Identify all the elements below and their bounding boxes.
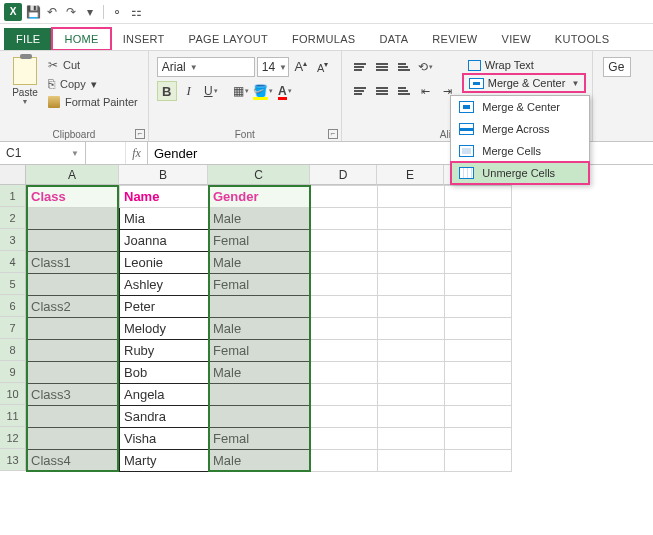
bold-button[interactable]: B	[157, 81, 177, 101]
cell[interactable]	[27, 428, 120, 450]
font-name-combo[interactable]: Arial▼	[157, 57, 255, 77]
tab-kutools[interactable]: KUTOOLS	[543, 28, 621, 50]
orientation-button[interactable]: ⟲▾	[416, 57, 436, 77]
align-right-button[interactable]	[394, 81, 414, 101]
cell[interactable]: Mia	[120, 208, 209, 230]
cell[interactable]	[27, 362, 120, 384]
dialog-launcher-icon[interactable]: ⌐	[135, 129, 145, 139]
cell[interactable]: Femal	[209, 230, 311, 252]
borders-button[interactable]: ▦▾	[231, 81, 251, 101]
cell[interactable]: Male	[209, 318, 311, 340]
tab-view[interactable]: VIEW	[490, 28, 543, 50]
row-header[interactable]: 12	[0, 427, 26, 449]
cell[interactable]: Male	[209, 252, 311, 274]
redo-button[interactable]: ↷	[63, 4, 79, 20]
cell[interactable]: Leonie	[120, 252, 209, 274]
tab-file[interactable]: FILE	[4, 28, 52, 50]
cell[interactable]: Sandra	[120, 406, 209, 428]
merge-across-item[interactable]: Merge Across	[451, 118, 589, 140]
cell[interactable]: Class	[27, 186, 120, 208]
align-left-button[interactable]	[350, 81, 370, 101]
increase-font-button[interactable]: A▴	[291, 57, 311, 77]
cell[interactable]: Marty	[120, 450, 209, 472]
cell[interactable]	[27, 340, 120, 362]
cell[interactable]	[311, 384, 378, 406]
decrease-font-button[interactable]: A▾	[313, 57, 333, 77]
col-header-C[interactable]: C	[208, 165, 310, 185]
row-header[interactable]: 9	[0, 361, 26, 383]
font-color-button[interactable]: A▾	[275, 81, 295, 101]
cell[interactable]	[311, 406, 378, 428]
row-header[interactable]: 3	[0, 229, 26, 251]
cell[interactable]	[311, 186, 378, 208]
cell[interactable]: Male	[209, 362, 311, 384]
cell[interactable]	[445, 318, 512, 340]
cell[interactable]: Peter	[120, 296, 209, 318]
cell[interactable]	[378, 318, 445, 340]
save-button[interactable]: 💾	[25, 4, 41, 20]
qat-custom-button[interactable]: ▾	[82, 4, 98, 20]
cell[interactable]: Visha	[120, 428, 209, 450]
cell[interactable]: Class2	[27, 296, 120, 318]
cell[interactable]: Name	[120, 186, 209, 208]
qat-extra2-button[interactable]: ⚏	[128, 4, 144, 20]
col-header-A[interactable]: A	[26, 165, 119, 185]
tab-page-layout[interactable]: PAGE LAYOUT	[177, 28, 280, 50]
cell[interactable]	[311, 318, 378, 340]
row-header[interactable]: 4	[0, 251, 26, 273]
fx-button[interactable]: fx	[126, 142, 148, 164]
cell[interactable]	[445, 384, 512, 406]
underline-button[interactable]: U▾	[201, 81, 221, 101]
align-middle-button[interactable]	[372, 57, 392, 77]
cell[interactable]: Gender	[209, 186, 311, 208]
cell[interactable]	[378, 186, 445, 208]
cell[interactable]	[378, 428, 445, 450]
cell[interactable]	[209, 296, 311, 318]
row-header[interactable]: 11	[0, 405, 26, 427]
cell[interactable]	[378, 208, 445, 230]
italic-button[interactable]: I	[179, 81, 199, 101]
unmerge-cells-item[interactable]: Unmerge Cells	[451, 162, 589, 184]
cell[interactable]	[27, 274, 120, 296]
cell[interactable]	[445, 450, 512, 472]
cell[interactable]	[445, 230, 512, 252]
cell[interactable]	[311, 208, 378, 230]
cell[interactable]	[445, 340, 512, 362]
number-format-combo[interactable]: Ge	[603, 57, 631, 77]
tab-data[interactable]: DATA	[367, 28, 420, 50]
align-bottom-button[interactable]	[394, 57, 414, 77]
cell[interactable]	[209, 384, 311, 406]
cell[interactable]: Bob	[120, 362, 209, 384]
cell[interactable]	[445, 208, 512, 230]
cell[interactable]	[311, 252, 378, 274]
cell[interactable]: Melody	[120, 318, 209, 340]
cell[interactable]	[378, 230, 445, 252]
cell[interactable]	[311, 340, 378, 362]
cell[interactable]	[378, 384, 445, 406]
tab-formulas[interactable]: FORMULAS	[280, 28, 368, 50]
fill-color-button[interactable]: 🪣▾	[253, 81, 273, 101]
cell[interactable]	[445, 406, 512, 428]
cell[interactable]: Femal	[209, 428, 311, 450]
cell[interactable]: Class1	[27, 252, 120, 274]
cell[interactable]: Class3	[27, 384, 120, 406]
cell[interactable]	[378, 406, 445, 428]
cell[interactable]	[311, 362, 378, 384]
cell[interactable]: Class4	[27, 450, 120, 472]
decrease-indent-button[interactable]: ⇤	[416, 81, 436, 101]
cell[interactable]	[311, 274, 378, 296]
merge-center-button[interactable]: Merge & Center▼	[464, 75, 585, 91]
cell[interactable]	[27, 230, 120, 252]
undo-button[interactable]: ↶	[44, 4, 60, 20]
format-painter-button[interactable]: Format Painter	[46, 95, 140, 109]
cell[interactable]	[445, 274, 512, 296]
row-header[interactable]: 13	[0, 449, 26, 471]
cell[interactable]	[445, 362, 512, 384]
col-header-E[interactable]: E	[377, 165, 444, 185]
wrap-text-button[interactable]: Wrap Text	[464, 57, 585, 73]
cell[interactable]	[378, 450, 445, 472]
cell[interactable]: Ruby	[120, 340, 209, 362]
font-size-combo[interactable]: 14▼	[257, 57, 289, 77]
cell[interactable]	[311, 230, 378, 252]
cell[interactable]: Femal	[209, 340, 311, 362]
